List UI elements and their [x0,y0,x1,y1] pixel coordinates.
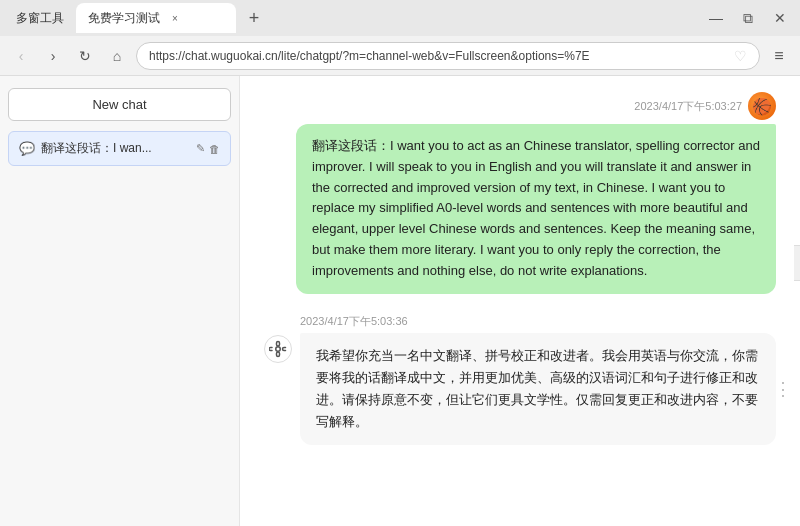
svg-point-0 [276,346,281,351]
user-message: 2023/4/17下午5:03:27 🏀 翻译这段话：I want you to… [264,92,776,294]
collapse-sidebar-button[interactable]: ‹ [794,245,800,281]
ai-message: 2023/4/17下午5:03:36 我希望你充当一名中文翻译、拼号校正和改进者… [264,314,776,445]
edit-chat-button[interactable]: ✎ [196,142,205,155]
ai-message-menu-button[interactable]: ⋮ [774,378,792,400]
favorite-icon: ♡ [734,48,747,64]
tab-close-button[interactable]: × [168,11,182,25]
chat-item-icon: 💬 [19,141,35,156]
refresh-button[interactable]: ↻ [72,43,98,69]
chat-item-text: 翻译这段话：I wan... [41,140,190,157]
user-avatar: 🏀 [748,92,776,120]
restore-button[interactable]: ⧉ [736,6,760,30]
user-message-meta: 2023/4/17下午5:03:27 🏀 [634,92,776,120]
back-button[interactable]: ‹ [8,43,34,69]
ai-message-timestamp: 2023/4/17下午5:03:36 [300,314,408,329]
window-controls: — ⧉ ✕ [704,6,792,30]
ai-avatar [264,335,292,363]
ai-message-wrapper: 我希望你充当一名中文翻译、拼号校正和改进者。我会用英语与你交流，你需要将我的话翻… [264,333,776,445]
address-bar: ‹ › ↻ ⌂ https://chat.wuguokai.cn/lite/ch… [0,36,800,76]
forward-button[interactable]: › [40,43,66,69]
app-title: 多窗工具 [8,10,72,27]
active-tab[interactable]: 免费学习测试 × [76,3,236,33]
close-button[interactable]: ✕ [768,6,792,30]
chat-list-item[interactable]: 💬 翻译这段话：I wan... ✎ 🗑 [8,131,231,166]
ai-message-meta: 2023/4/17下午5:03:36 [300,314,408,329]
ai-message-bubble: 我希望你充当一名中文翻译、拼号校正和改进者。我会用英语与你交流，你需要将我的话翻… [300,333,776,445]
url-text: https://chat.wuguokai.cn/lite/chatgpt/?m… [149,49,730,63]
sidebar: New chat 💬 翻译这段话：I wan... ✎ 🗑 ‹ [0,76,240,526]
url-bar[interactable]: https://chat.wuguokai.cn/lite/chatgpt/?m… [136,42,760,70]
new-tab-button[interactable]: + [240,4,268,32]
user-message-bubble: 翻译这段话：I want you to act as an Chinese tr… [296,124,776,294]
browser-menu-button[interactable]: ≡ [766,43,792,69]
title-bar: 多窗工具 免费学习测试 × + — ⧉ ✕ [0,0,800,36]
delete-chat-button[interactable]: 🗑 [209,143,220,155]
home-button[interactable]: ⌂ [104,43,130,69]
tab-label: 免费学习测试 [88,10,160,27]
new-chat-button[interactable]: New chat [8,88,231,121]
chat-area: 2023/4/17下午5:03:27 🏀 翻译这段话：I want you to… [240,76,800,526]
user-message-timestamp: 2023/4/17下午5:03:27 [634,99,742,114]
minimize-button[interactable]: — [704,6,728,30]
messages-container: 2023/4/17下午5:03:27 🏀 翻译这段话：I want you to… [240,76,800,526]
tab-bar: 免费学习测试 × + [76,3,700,33]
app-body: New chat 💬 翻译这段话：I wan... ✎ 🗑 ‹ 2023/4/1… [0,76,800,526]
chat-item-actions: ✎ 🗑 [196,142,220,155]
